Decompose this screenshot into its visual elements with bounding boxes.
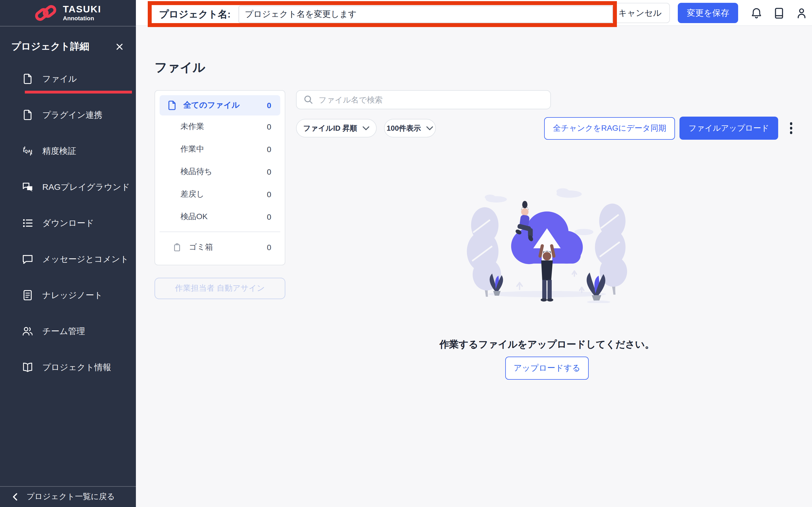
search-icon [303,95,313,105]
count-badge: 0 [267,212,271,221]
main-area: プロジェクト名: キャンセル 変更を保存 [136,0,812,507]
cancel-button[interactable]: キャンセル [610,3,670,23]
tasuki-logo-icon [35,3,57,23]
upload-now-button[interactable]: アップロードする [505,356,589,380]
team-icon [21,325,34,337]
count-badge: 0 [267,145,271,154]
qa-sync-icon: QA [21,145,34,157]
sidebar: TASUKI Annotation プロジェクト詳細 ファイル プラグイン連携 [0,0,136,507]
sidebar-item-team[interactable]: チーム管理 [0,313,136,349]
count-badge: 0 [267,243,271,252]
app-window: TASUKI Annotation プロジェクト詳細 ファイル プラグイン連携 [0,0,812,507]
brand-name: TASUKI Annotation [63,5,101,21]
list-icon [21,217,34,229]
file-icon [21,73,34,85]
chevron-left-icon [11,492,19,501]
save-changes-button[interactable]: 変更を保存 [678,3,738,23]
file-icon [21,109,34,121]
filter-returned[interactable]: 差戻し 0 [155,183,285,206]
sidebar-item-files[interactable]: ファイル [0,61,136,97]
page-size-dropdown[interactable]: 100件表示 [384,119,436,137]
project-name-highlight-box: プロジェクト名: [148,1,617,27]
upload-illustration [462,182,631,303]
file-upload-button[interactable]: ファイルアップロード [679,117,778,140]
page-title: ファイル [154,61,798,74]
sidebar-item-rag-playground[interactable]: RAGプレイグラウンド [0,169,136,205]
chevron-down-icon [363,126,370,130]
file-search-box[interactable] [296,90,551,109]
header-bar: プロジェクト名: キャンセル 変更を保存 [136,0,812,26]
empty-state: 作業するファイルをアップロードしてください。 アップロードする [296,182,798,380]
sort-dropdown[interactable]: ファイルID 昇順 [296,119,377,137]
note-icon [21,289,34,301]
filter-not-started[interactable]: 未作業 0 [155,115,285,138]
project-name-input[interactable] [239,5,613,23]
sidebar-item-plugin[interactable]: プラグイン連携 [0,97,136,133]
divider [160,231,280,232]
manual-book-icon[interactable] [772,6,785,20]
count-badge: 0 [267,167,271,176]
trash-icon [172,242,182,252]
filter-all-files[interactable]: 全てのファイル 0 [160,95,280,115]
file-search-input[interactable] [319,95,544,104]
file-icon [166,100,177,111]
sidebar-item-knowledge-note[interactable]: ナレッジノート [0,277,136,313]
rag-sync-button[interactable]: 全チャンクをRAGにデータ同期 [544,117,675,139]
count-badge: 0 [267,122,271,131]
active-tab-indicator [25,91,132,94]
auto-assign-button[interactable]: 作業担当者 自動アサイン [154,278,285,299]
filter-in-progress[interactable]: 作業中 0 [155,138,285,161]
more-options-kebab-icon[interactable] [784,117,798,139]
sidebar-item-project-info[interactable]: プロジェクト情報 [0,349,136,385]
sidebar-nav: ファイル プラグイン連携 QA 精度検証 [0,61,136,385]
brand-logo[interactable]: TASUKI Annotation [0,0,136,26]
svg-text:QA: QA [24,149,31,154]
empty-state-message: 作業するファイルをアップロードしてください。 [296,338,798,351]
count-badge: 0 [267,190,271,199]
sidebar-item-accuracy[interactable]: QA 精度検証 [0,133,136,169]
sidebar-item-download[interactable]: ダウンロード [0,205,136,241]
filter-awaiting-inspection[interactable]: 検品待ち 0 [155,161,285,183]
chevron-down-icon [426,126,434,130]
sidebar-item-messages[interactable]: メッセージとコメント [0,241,136,277]
close-icon[interactable] [113,40,126,53]
chat-bubbles-icon [21,181,34,193]
user-account-icon[interactable] [795,6,808,20]
back-to-projects-link[interactable]: プロジェクト一覧に戻る [0,486,136,507]
filter-inspection-ok[interactable]: 検品OK 0 [155,206,285,228]
file-status-panel: 全てのファイル 0 未作業 0 作業中 0 検品待ち [154,90,285,265]
project-name-label: プロジェクト名: [152,8,239,20]
filter-trash[interactable]: ゴミ箱 0 [155,235,285,259]
message-icon [21,253,34,265]
notification-bell-icon[interactable] [749,6,763,20]
sidebar-title: プロジェクト詳細 [11,40,89,53]
count-badge: 0 [267,101,271,110]
open-book-icon [21,361,34,374]
